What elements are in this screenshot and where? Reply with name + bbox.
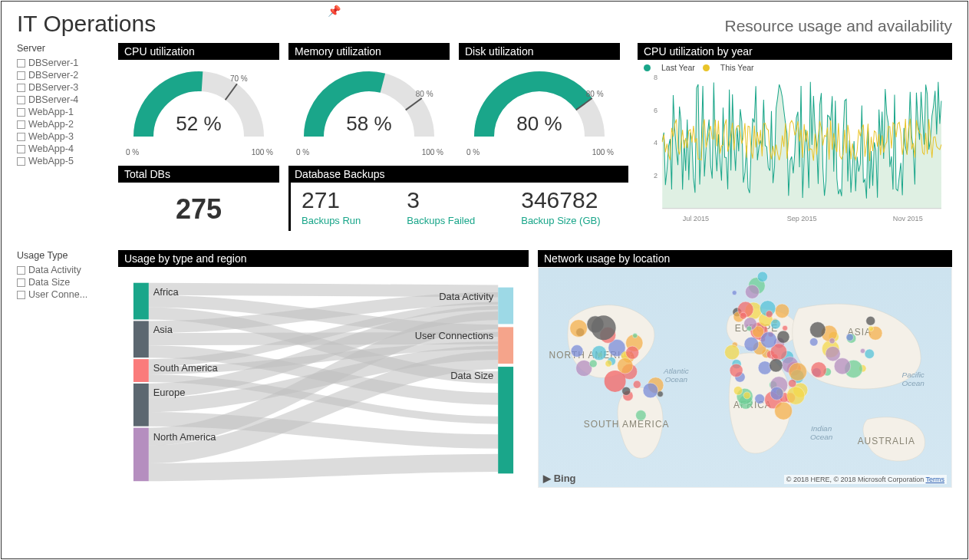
svg-point-145 xyxy=(605,371,626,392)
svg-text:Europe: Europe xyxy=(153,387,186,398)
dashboard-page: 📌 IT Operations Resource usage and avail… xyxy=(1,1,968,559)
server-slicer-item[interactable]: DBServer-1 xyxy=(17,57,109,69)
legend-item[interactable]: This Year xyxy=(703,63,754,72)
svg-point-81 xyxy=(775,304,789,318)
legend-dot xyxy=(703,64,710,71)
svg-point-126 xyxy=(865,349,875,359)
total-dbs-title: Total DBs xyxy=(118,166,279,183)
svg-text:Africa: Africa xyxy=(153,286,180,298)
svg-point-83 xyxy=(744,337,759,351)
svg-rect-25 xyxy=(498,367,513,473)
slicer-item-label: WebApp-3 xyxy=(28,131,74,142)
svg-text:Nov 2015: Nov 2015 xyxy=(893,214,923,222)
upper-row: Server DBServer-1DBServer-2DBServer-3DBS… xyxy=(17,43,952,236)
svg-point-54 xyxy=(626,346,639,359)
svg-text:Indian: Indian xyxy=(811,424,832,433)
checkbox-icon[interactable] xyxy=(17,59,25,68)
backups-body: 271Backups Run3Backups Failed346782Backu… xyxy=(288,183,628,231)
backups-panel[interactable]: Database Backups 271Backups Run3Backups … xyxy=(288,166,628,236)
usage-type-slicer-title: Usage Type xyxy=(17,250,109,261)
map-title: Network usage by location xyxy=(538,250,952,267)
svg-point-142 xyxy=(745,285,759,298)
server-slicer-item[interactable]: DBServer-4 xyxy=(17,94,109,106)
svg-point-132 xyxy=(811,362,826,377)
svg-point-58 xyxy=(636,410,647,421)
svg-point-117 xyxy=(775,402,793,420)
disk-gauge-panel[interactable]: Disk utilization 80 % 0 % 100 % 80 % xyxy=(459,43,620,160)
svg-point-94 xyxy=(724,345,739,360)
cpu-year-legend: Last YearThis Year xyxy=(644,63,946,73)
cpu-gauge-panel[interactable]: CPU utilization 52 % 0 % 100 % 70 % xyxy=(118,43,279,160)
slicer-item-label: WebApp-5 xyxy=(28,156,74,166)
svg-point-85 xyxy=(783,325,788,331)
svg-point-138 xyxy=(834,358,850,374)
server-slicer-item[interactable]: DBServer-3 xyxy=(17,81,109,94)
disk-gauge-title: Disk utilization xyxy=(459,43,620,60)
server-slicer-item[interactable]: WebApp-4 xyxy=(17,143,109,155)
checkbox-icon[interactable] xyxy=(17,157,25,166)
map-terms-link[interactable]: Terms xyxy=(926,476,945,483)
checkbox-icon[interactable] xyxy=(17,133,25,141)
svg-point-53 xyxy=(592,346,606,361)
kpi-label: Backups Failed xyxy=(407,215,475,226)
cpu-year-panel[interactable]: CPU utilization by year Last YearThis Ye… xyxy=(638,43,952,236)
usage-type-slicer-item[interactable]: User Conne... xyxy=(17,288,109,301)
total-dbs-value: 275 xyxy=(118,183,279,236)
slicer-item-label: Data Activity xyxy=(28,265,81,275)
cpu-year-title: CPU utilization by year xyxy=(638,43,952,60)
checkbox-icon[interactable] xyxy=(17,291,25,299)
upper-main: CPU utilization 52 % 0 % 100 % 70 % Memo… xyxy=(118,43,628,236)
svg-text:Data Size: Data Size xyxy=(450,370,493,381)
usage-type-slicer: Usage Type Data ActivityData SizeUser Co… xyxy=(17,250,109,488)
header-row: IT Operations Resource usage and availab… xyxy=(17,11,952,37)
svg-point-51 xyxy=(633,333,638,338)
checkbox-icon[interactable] xyxy=(17,108,25,117)
memory-gauge-panel[interactable]: Memory utilization 58 % 0 % 100 % 80 % xyxy=(288,43,450,160)
usage-type-slicer-item[interactable]: Data Size xyxy=(17,276,109,288)
cpu-gauge-title: CPU utilization xyxy=(118,43,279,60)
svg-point-144 xyxy=(592,315,616,340)
kpi-value: 346782 xyxy=(521,187,600,213)
server-slicer-item[interactable]: WebApp-2 xyxy=(17,118,109,130)
usage-type-slicer-item[interactable]: Data Activity xyxy=(17,264,109,276)
svg-point-113 xyxy=(730,364,743,377)
checkbox-icon[interactable] xyxy=(17,96,25,104)
slicer-item-label: DBServer-3 xyxy=(28,82,78,93)
cpu-year-chart: 2468Jul 2015Sep 2015Nov 2015 xyxy=(644,74,946,226)
checkbox-icon[interactable] xyxy=(17,278,25,287)
svg-point-141 xyxy=(732,291,737,295)
checkbox-icon[interactable] xyxy=(17,145,25,153)
legend-item[interactable]: Last Year xyxy=(644,63,695,72)
sankey-chart: AfricaAsiaSouth AmericaEuropeNorth Ameri… xyxy=(121,270,526,485)
slicer-item-label: WebApp-4 xyxy=(28,143,74,154)
checkbox-icon[interactable] xyxy=(17,71,25,80)
server-slicer-item[interactable]: WebApp-1 xyxy=(17,106,109,118)
svg-text:Ocean: Ocean xyxy=(665,375,688,384)
sankey-panel[interactable]: Usage by type and region AfricaAsiaSouth… xyxy=(118,250,529,488)
server-slicer-item[interactable]: DBServer-2 xyxy=(17,69,109,81)
map-body[interactable]: NORTH AMERICASOUTH AMERICAEUROPEAFRICAAS… xyxy=(538,267,952,488)
svg-point-62 xyxy=(633,380,641,388)
server-slicer-item[interactable]: WebApp-3 xyxy=(17,130,109,143)
svg-rect-21 xyxy=(498,288,513,324)
checkbox-icon[interactable] xyxy=(17,266,25,275)
map-panel[interactable]: Network usage by location NORTH AMERICAS… xyxy=(538,250,952,488)
svg-text:8: 8 xyxy=(654,74,658,81)
disk-gauge-body: 80 % 0 % 100 % 80 % xyxy=(459,60,620,160)
memory-gauge-title: Memory utilization xyxy=(288,43,450,60)
checkbox-icon[interactable] xyxy=(17,84,25,92)
backup-kpi: 271Backups Run xyxy=(302,187,361,226)
svg-text:Asia: Asia xyxy=(153,324,173,335)
svg-point-48 xyxy=(571,345,583,357)
svg-point-118 xyxy=(789,363,807,381)
gauge-row: CPU utilization 52 % 0 % 100 % 70 % Memo… xyxy=(118,43,628,160)
svg-point-128 xyxy=(860,348,865,353)
svg-point-95 xyxy=(755,394,765,404)
sankey-body: AfricaAsiaSouth AmericaEuropeNorth Ameri… xyxy=(118,267,529,488)
server-slicer-item[interactable]: WebApp-5 xyxy=(17,155,109,167)
total-dbs-panel[interactable]: Total DBs 275 xyxy=(118,166,279,236)
page-subtitle: Resource usage and availability xyxy=(724,17,952,35)
pin-icon[interactable]: 📌 xyxy=(328,5,341,17)
svg-text:4: 4 xyxy=(654,139,658,147)
checkbox-icon[interactable] xyxy=(17,120,25,129)
